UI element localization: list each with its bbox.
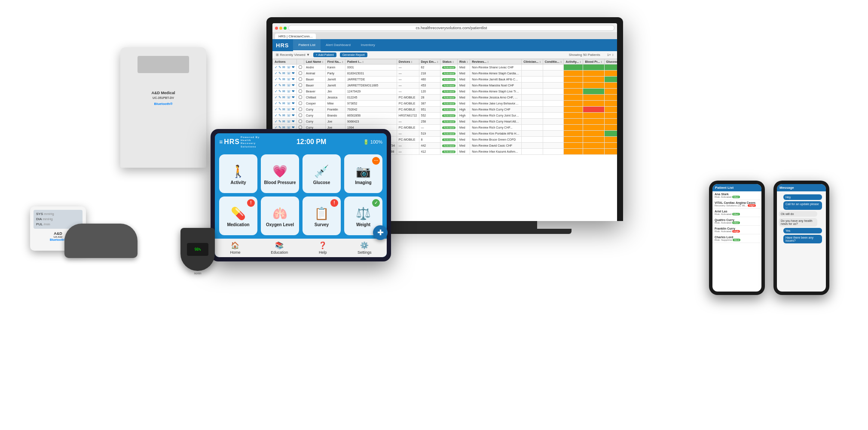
col-first-name[interactable]: First Na... ↕ xyxy=(325,59,345,64)
cell-devices: PC-MOBILE xyxy=(397,137,419,143)
phone2-header: Message xyxy=(777,184,826,191)
col-condition[interactable]: Conditio... ↕ xyxy=(543,59,564,64)
fab-button[interactable]: ✚ xyxy=(373,225,388,240)
cell-actions[interactable]: ✓ ✎ ✉ ☏ ❤ xyxy=(273,83,297,89)
cell-check[interactable] xyxy=(296,107,304,113)
list-item[interactable]: Quattro Curry Risk: Activated Med xyxy=(712,217,761,226)
cell-risk: High xyxy=(458,107,470,113)
tablet-nav-settings[interactable]: ⚙️ Settings xyxy=(358,241,372,255)
tab-patient-list[interactable]: Patient List xyxy=(293,39,321,51)
cell-check[interactable] xyxy=(296,77,304,83)
col-last-name[interactable]: Last Name ↕ xyxy=(304,59,325,64)
active-tab[interactable]: HRS | ClinicianConn... xyxy=(275,34,316,39)
col-risk[interactable]: Risk ↕ xyxy=(458,59,470,64)
list-item[interactable]: Charles Lord Risk: Supprime Med xyxy=(712,234,761,243)
tablet-nav-home[interactable]: 🏠 Home xyxy=(230,241,240,255)
cell-actions[interactable]: ✓ ✎ ✉ ☏ ❤ xyxy=(273,89,297,95)
patient-name: Quattro Curry xyxy=(715,218,759,221)
cell-days: 552 xyxy=(419,113,440,119)
cell-days: 62 xyxy=(419,64,440,71)
minimize-dot[interactable] xyxy=(279,27,282,30)
cell-check[interactable] xyxy=(296,71,304,77)
cell-check[interactable] xyxy=(296,83,304,89)
col-status[interactable]: Status ↕ xyxy=(440,59,458,64)
col-reviews[interactable]: Reviews... ↕ xyxy=(470,59,522,64)
tile-label: Survey xyxy=(315,222,329,227)
generate-report-button[interactable]: Generate Report xyxy=(340,52,367,57)
col-patient-id[interactable]: Patient I... ↕ xyxy=(345,59,397,64)
cell-check[interactable] xyxy=(296,101,304,107)
col-devices[interactable]: Devices ↕ xyxy=(397,59,419,64)
tile-icon: 💊 xyxy=(231,206,246,221)
cell-actions[interactable]: ✓ ✎ ✉ ☏ ❤ xyxy=(273,95,297,101)
table-row[interactable]: ✓ ✎ ✉ ☏ ❤ Chittast Jessica 012245 PC-MOB… xyxy=(273,95,617,101)
close-dot[interactable] xyxy=(275,27,278,30)
table-row[interactable]: ✓ ✎ ✉ ☏ ❤ Cooper Mike 973652 PC-MOBILE 3… xyxy=(273,101,617,107)
col-days[interactable]: Days Em... ↕ xyxy=(419,59,440,64)
recently-viewed-btn[interactable]: ⊞ Recently Viewed ▼ xyxy=(276,53,310,57)
cell-days: 442 xyxy=(419,143,440,149)
cell-actions[interactable]: ✓ ✎ ✉ ☏ ❤ xyxy=(273,107,297,113)
pulseox-display: 98% xyxy=(187,243,208,256)
list-item[interactable]: Franklin Curry Risk: Activated High xyxy=(712,226,761,234)
maximize-dot[interactable] xyxy=(284,27,287,30)
cell-actions[interactable]: ✓ ✎ ✉ ☏ ❤ xyxy=(273,119,297,125)
table-row[interactable]: ✓ ✎ ✉ ☏ ❤ Bauer Jarrett JARRETTDE — 460 … xyxy=(273,77,617,83)
cell-devices: HRSTA81722 xyxy=(397,113,419,119)
col-check[interactable] xyxy=(296,59,304,64)
tablet-nav-help[interactable]: ❓ Help xyxy=(318,241,327,255)
add-patient-button[interactable]: + Add Patient xyxy=(313,52,336,57)
tab-inventory[interactable]: Inventory xyxy=(356,39,380,51)
table-row[interactable]: ✓ ✎ ✉ ☏ ❤ Curry Joe 9066423 — 258 Activa… xyxy=(273,119,617,125)
cell-check[interactable] xyxy=(296,119,304,125)
cell-bp xyxy=(583,137,604,143)
cell-first-name: Brando xyxy=(325,113,345,119)
badge-alert: ⋯ xyxy=(372,157,380,165)
url-bar[interactable]: cs.healthrecoverysolutions.com/patientli… xyxy=(288,25,614,31)
cell-actions[interactable]: ✓ ✎ ✉ ☏ ❤ xyxy=(273,77,297,83)
col-clinician[interactable]: Clinician... ↕ xyxy=(522,59,543,64)
table-row[interactable]: ✓ ✎ ✉ ☏ ❤ Curry Brando 86502856 HRSTA817… xyxy=(273,113,617,119)
cell-actions[interactable]: ✓ ✎ ✉ ☏ ❤ xyxy=(273,71,297,77)
cell-actions[interactable]: ✓ ✎ ✉ ☏ ❤ xyxy=(273,113,297,119)
message-bubble: Yes xyxy=(783,228,822,233)
cell-check[interactable] xyxy=(296,113,304,119)
tile-label: Glucose xyxy=(313,180,330,185)
tab-alert-dashboard[interactable]: Alert Dashboard xyxy=(321,39,356,51)
table-row[interactable]: ✓ ✎ ✉ ☏ ❤ Bauer Jarrett JARRETTDEMO11685… xyxy=(273,83,617,89)
cell-check[interactable] xyxy=(296,95,304,101)
list-item[interactable]: VITAL Cardiac Angina Cases Recovery Solu… xyxy=(712,200,761,209)
col-actions[interactable]: Actions xyxy=(273,59,297,64)
cell-check[interactable] xyxy=(296,64,304,71)
table-row[interactable]: ✓ ✎ ✉ ☏ ❤ Curry Franklin 792642 PC-MOBIL… xyxy=(273,107,617,113)
app-tile-blood-pressure[interactable]: 💗 Blood Pressure xyxy=(261,154,299,193)
app-tile-medication[interactable]: ! 💊 Medication xyxy=(219,197,257,235)
tile-label: Activity xyxy=(230,180,246,185)
patient-name: Charles Lord xyxy=(715,236,759,239)
table-row[interactable]: ✓ ✎ ✉ ☏ ❤ Andre Karen 0001 — 62 Activate… xyxy=(273,64,617,71)
app-tile-glucose[interactable]: 💉 Glucose xyxy=(303,154,341,193)
col-glucose[interactable]: Glucose... ↕ xyxy=(604,59,617,64)
cell-bp xyxy=(583,71,604,77)
app-tile-survey[interactable]: ! 📋 Survey xyxy=(303,197,341,235)
cell-actions[interactable]: ✓ ✎ ✉ ☏ ❤ xyxy=(273,64,297,71)
table-row[interactable]: ✓ ✎ ✉ ☏ ❤ Animal Party 8183415031 — 218 … xyxy=(273,71,617,77)
col-blood-pressure[interactable]: Blood Pr... ↕ xyxy=(583,59,604,64)
browser-chrome: cs.healthrecoverysolutions.com/patientli… xyxy=(272,23,617,33)
app-tile-activity[interactable]: 🚶 Activity xyxy=(219,154,257,193)
list-item[interactable]: Ariel Las Risk: Activated Med xyxy=(712,209,761,217)
app-tile-oxygen-level[interactable]: 🫁 Oxygen Level xyxy=(261,197,299,235)
cell-actions[interactable]: ✓ ✎ ✉ ☏ ❤ xyxy=(273,101,297,107)
app-tile-imaging[interactable]: ⋯ 📷 Imaging xyxy=(344,154,382,193)
list-item[interactable]: Ana Stark Risk: Activated Med xyxy=(712,191,761,200)
cell-devices: — xyxy=(397,83,419,89)
main-scene: A&D Medical UC-351PBT-DV Bluetooth® cs.h… xyxy=(0,0,868,430)
cell-glucose xyxy=(604,95,617,101)
col-activity[interactable]: Activity... ↕ xyxy=(564,59,583,64)
cell-glucose xyxy=(604,131,617,137)
cell-last-name: Bauer xyxy=(304,83,325,89)
table-row[interactable]: ✓ ✎ ✉ ☏ ❤ Beaver Jim 12479429 — 120 Acti… xyxy=(273,89,617,95)
tablet-nav-education[interactable]: 📚 Education xyxy=(271,241,288,255)
cell-check[interactable] xyxy=(296,89,304,95)
cell-devices: — xyxy=(397,89,419,95)
